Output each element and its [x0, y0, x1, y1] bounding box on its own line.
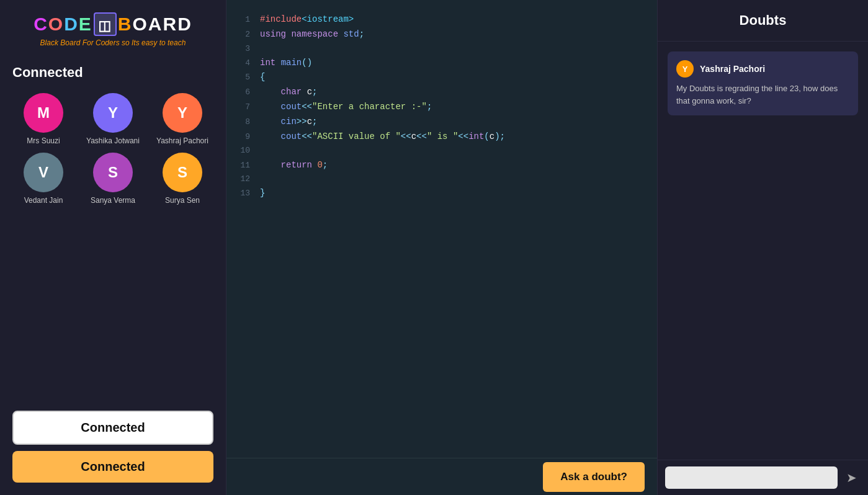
- code-line-4: 4int main(): [233, 56, 651, 71]
- avatar-surya-sen[interactable]: S: [163, 153, 202, 192]
- connected-orange-button[interactable]: Connected: [12, 451, 213, 483]
- avatar-name-vedant-jain: Vedant Jain: [24, 196, 63, 205]
- avatar-item-yashraj-pachori: YYashraj Pachori: [151, 93, 213, 145]
- code-text-7: cout<<"Enter a character :-";: [260, 100, 432, 115]
- avatar-name-yashraj-pachori: Yashraj Pachori: [156, 136, 208, 145]
- right-panel: Doubts YYashraj PachoriMy Doubts is regr…: [657, 0, 868, 495]
- code-line-6: 6 char c;: [233, 85, 651, 100]
- doubt-header-doubt-1: YYashraj Pachori: [676, 60, 849, 78]
- connected-white-button[interactable]: Connected: [12, 411, 213, 445]
- line-number-6: 6: [233, 86, 250, 99]
- code-text-6: char c;: [260, 85, 317, 100]
- logo-subtitle: Black Board For Coders so Its easy to te…: [40, 38, 186, 47]
- avatar-name-surya-sen: Surya Sen: [165, 196, 200, 205]
- line-number-8: 8: [233, 115, 250, 129]
- line-number-3: 3: [233, 42, 250, 56]
- avatar-vedant-jain[interactable]: V: [24, 153, 63, 192]
- code-editor[interactable]: 1#include<iostream>2using namespace std;…: [226, 0, 657, 458]
- logo-area: CODE◫BOARD Black Board For Coders so Its…: [12, 12, 213, 47]
- line-number-7: 7: [233, 100, 250, 114]
- code-line-2: 2using namespace std;: [233, 27, 651, 42]
- avatar-item-sanya-verma: SSanya Verma: [82, 153, 144, 205]
- doubt-avatar-doubt-1: Y: [676, 60, 694, 78]
- code-editor-bottom: Ask a doubt?: [226, 458, 657, 495]
- line-number-10: 10: [233, 144, 250, 158]
- avatar-mrs-suuzi[interactable]: M: [24, 93, 63, 133]
- code-text-8: cin>>c;: [260, 115, 317, 130]
- bottom-buttons: Connected Connected: [12, 411, 213, 483]
- middle-panel: 1#include<iostream>2using namespace std;…: [226, 0, 657, 495]
- avatars-grid: MMrs SuuziYYashika JotwaniYYashraj Pacho…: [12, 93, 213, 205]
- doubts-header: Doubts: [658, 0, 868, 42]
- ask-doubt-button[interactable]: Ask a doubt?: [543, 462, 645, 492]
- line-number-13: 13: [233, 187, 250, 200]
- avatar-sanya-verma[interactable]: S: [93, 153, 133, 192]
- avatar-item-vedant-jain: VVedant Jain: [12, 153, 74, 205]
- logo: CODE◫BOARD: [34, 12, 192, 36]
- doubts-input[interactable]: [665, 466, 838, 489]
- code-line-13: 13}: [233, 186, 651, 201]
- line-number-5: 5: [233, 71, 250, 84]
- code-text-1: #include<iostream>: [260, 12, 354, 27]
- avatar-yashika-jotwani[interactable]: Y: [93, 93, 133, 133]
- code-line-11: 11 return 0;: [233, 158, 651, 173]
- code-text-11: return 0;: [260, 158, 328, 173]
- code-text-9: cout<<"ASCII value of "<<c<<" is "<<int(…: [260, 130, 505, 145]
- code-line-8: 8 cin>>c;: [233, 115, 651, 130]
- code-line-1: 1#include<iostream>: [233, 12, 651, 27]
- send-button[interactable]: ➤: [843, 466, 861, 489]
- code-text-2: using namespace std;: [260, 27, 364, 42]
- doubt-username-doubt-1: Yashraj Pachori: [700, 64, 765, 74]
- code-text-5: {: [260, 70, 265, 85]
- code-text-4: int main(): [260, 56, 312, 71]
- line-number-9: 9: [233, 130, 250, 144]
- avatar-name-sanya-verma: Sanya Verma: [91, 196, 135, 205]
- avatar-name-yashika-jotwani: Yashika Jotwani: [86, 136, 140, 145]
- doubts-list: YYashraj PachoriMy Doubts is regrading t…: [658, 42, 868, 460]
- code-text-13: }: [260, 186, 265, 201]
- avatar-yashraj-pachori[interactable]: Y: [163, 93, 202, 133]
- line-number-12: 12: [233, 172, 250, 186]
- doubts-input-area: ➤: [658, 460, 868, 495]
- code-line-5: 5{: [233, 70, 651, 85]
- line-number-4: 4: [233, 56, 250, 70]
- doubt-card-doubt-1: YYashraj PachoriMy Doubts is regrading t…: [668, 51, 858, 115]
- code-line-12: 12: [233, 172, 651, 186]
- line-number-1: 1: [233, 13, 250, 27]
- code-line-10: 10: [233, 144, 651, 158]
- avatar-item-surya-sen: SSurya Sen: [151, 153, 213, 205]
- doubt-message-doubt-1: My Doubts is regrading the line 23, how …: [676, 82, 849, 107]
- code-line-9: 9 cout<<"ASCII value of "<<c<<" is "<<in…: [233, 130, 651, 145]
- connected-title: Connected: [12, 65, 213, 81]
- send-icon: ➤: [846, 470, 857, 485]
- code-line-7: 7 cout<<"Enter a character :-";: [233, 100, 651, 115]
- avatar-item-mrs-suuzi: MMrs Suuzi: [12, 93, 74, 145]
- avatar-name-mrs-suuzi: Mrs Suuzi: [27, 136, 60, 145]
- left-panel: CODE◫BOARD Black Board For Coders so Its…: [0, 0, 226, 495]
- line-number-2: 2: [233, 28, 250, 42]
- avatar-item-yashika-jotwani: YYashika Jotwani: [82, 93, 144, 145]
- line-number-11: 11: [233, 159, 250, 172]
- code-line-3: 3: [233, 42, 651, 56]
